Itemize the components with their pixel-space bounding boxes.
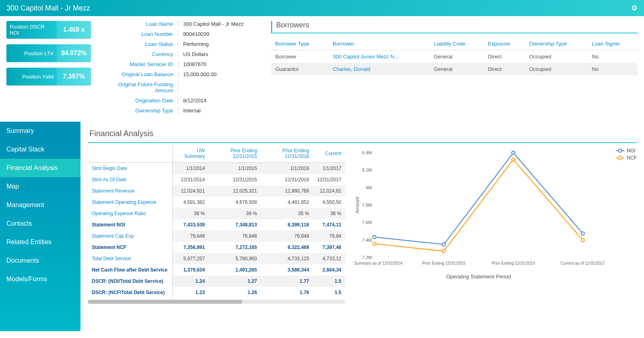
fa-cell: 1.23	[172, 287, 209, 298]
sidebar-item-management[interactable]: Management	[0, 196, 80, 214]
table-row: Operating Expense Ratio38 %39 %35 %38 %	[88, 208, 345, 219]
cell-borrower-type: Borrower	[271, 50, 329, 63]
loan-info-key: Loan Name	[101, 21, 173, 27]
metric-card[interactable]: Position DSCR NOI 1.469 x	[6, 21, 91, 39]
fa-col-header[interactable]: Prior Ending 12/31/2015	[209, 145, 261, 163]
fa-cell: 1.26	[209, 287, 261, 298]
cell-signer: No	[588, 63, 638, 75]
series-line	[374, 153, 583, 245]
table-row: Stmt Begin Date1/1/20141/1/20151/1/20161…	[88, 163, 345, 174]
sidebar-item-financial-analysis[interactable]: Financial Analysis	[0, 159, 80, 177]
legend-swatch-ncf	[616, 158, 624, 158]
table-row[interactable]: Guarantor Charles, Donald General Direct…	[271, 63, 638, 75]
data-point[interactable]	[442, 249, 446, 253]
data-point[interactable]	[581, 232, 584, 235]
borrowers-col-header[interactable]: Borrower Type	[271, 37, 329, 50]
sidebar-item-capital-stack[interactable]: Capital Stack	[0, 140, 80, 159]
fa-row-label: Stmt Begin Date	[88, 163, 172, 174]
cell-liability: General	[430, 50, 484, 63]
loan-info-key: Original Loan Balance	[101, 71, 173, 77]
horizontal-scrollbar[interactable]	[88, 300, 345, 304]
loan-info-key: Loan Number	[101, 31, 173, 37]
fa-cell: 5,977,257	[172, 253, 209, 264]
fa-cell: 12/31/2016	[261, 174, 313, 185]
fa-cell: 1,491,265	[209, 264, 261, 276]
fa-cell: 12,024,62	[313, 185, 345, 197]
y-tick-label: 7.4M	[362, 238, 372, 243]
settings-icon[interactable]: ⚙	[631, 4, 638, 12]
fa-cell: 12,880,768	[261, 185, 313, 197]
legend-item-ncf[interactable]: NCF	[616, 155, 637, 161]
borrowers-col-header[interactable]: Ownership Type	[525, 37, 588, 50]
table-row: Statement Revenue12,024,92112,025,32112,…	[88, 185, 345, 197]
fa-row-label: Statement NCF	[88, 242, 172, 253]
data-point[interactable]	[512, 158, 515, 161]
fa-cell: 38 %	[313, 208, 345, 219]
fa-cell: 4,676,508	[209, 197, 261, 208]
borrowers-col-header[interactable]: Exposure	[484, 37, 525, 50]
cell-borrower-link[interactable]: Charles, Donald	[329, 63, 430, 75]
x-tick-label: Prior Ending 12/31/2016	[491, 261, 535, 265]
table-row: Statement Cap Exp76,64876,64876,64876,64	[88, 230, 345, 242]
metric-card[interactable]: Position LTV 84.072%	[6, 44, 91, 62]
financial-analysis-table: UW SummaryPrior Ending 12/31/2015Prior E…	[88, 145, 345, 298]
data-point[interactable]	[373, 242, 376, 245]
data-point[interactable]	[373, 235, 376, 238]
sidebar-item-related-entities[interactable]: Related Entities	[0, 233, 80, 251]
fa-cell: 2,664,34	[313, 264, 345, 276]
sidebar-item-map[interactable]: Map	[0, 177, 80, 196]
summary-panel: Position DSCR NOI 1.469 xPosition LTV 84…	[0, 16, 644, 122]
fa-row-label: Net Cash Flow after Debt Service	[88, 264, 172, 276]
metric-value: 7.397%	[57, 68, 91, 85]
cell-ownership: Occupied	[525, 50, 588, 63]
metric-label: Position Yield	[6, 68, 57, 85]
loan-info-value: 300 Capitol Mall - Jr Mezz	[178, 21, 262, 27]
legend-item-noi[interactable]: NOI	[616, 148, 637, 153]
loan-info-value: US Dollars	[178, 51, 262, 57]
borrowers-col-header[interactable]: Loan Signer	[588, 37, 638, 50]
borrowers-title: Borrowers	[271, 21, 638, 33]
fa-cell: 8,322,469	[261, 242, 313, 253]
cell-exposure: Direct	[484, 63, 525, 75]
sidebar-item-summary[interactable]: Summary	[0, 122, 80, 140]
borrowers-col-header[interactable]: Liability Code	[430, 37, 484, 50]
loan-info-value: 15,000,000.00	[178, 71, 262, 77]
borrowers-col-header[interactable]: Borrower	[329, 37, 430, 50]
chart-legend: NOI NCF	[616, 148, 637, 162]
fa-cell: 12,025,321	[209, 185, 261, 197]
data-point[interactable]	[512, 151, 515, 154]
fa-col-header[interactable]	[88, 145, 172, 163]
loan-info-key: Currency	[101, 51, 173, 57]
fa-col-header[interactable]: Prior Ending 12/31/2016	[261, 145, 313, 163]
fa-row-label: Statement NOI	[88, 219, 172, 230]
chart-area: 7.2M7.4M7.6M7.8M8M8.2M8.4MAmountUW Summa…	[353, 145, 637, 286]
cell-borrower-link[interactable]: 300 Capitol Junior Mezz N...	[329, 50, 430, 63]
fa-cell: 4,591,382	[172, 197, 209, 208]
cell-signer: No	[588, 50, 638, 63]
cell-exposure: Direct	[484, 50, 525, 63]
metric-label: Position LTV	[6, 44, 57, 62]
data-point[interactable]	[581, 238, 584, 242]
fa-cell: 35 %	[261, 208, 313, 219]
fa-cell: 7,272,165	[209, 242, 261, 253]
fa-cell: 1,379,634	[172, 264, 209, 276]
metric-card[interactable]: Position Yield 7.397%	[6, 68, 91, 85]
cell-liability: General	[430, 63, 484, 75]
fa-cell: 7,474,11	[313, 219, 345, 230]
y-tick-label: 8.2M	[362, 168, 372, 172]
table-row[interactable]: Borrower 300 Capitol Junior Mezz N... Ge…	[271, 50, 638, 63]
fa-col-header[interactable]: UW Summary	[172, 145, 209, 163]
financial-analysis-title: Financial Analysis	[88, 126, 637, 143]
borrowers-panel: Borrowers Borrower TypeBorrowerLiability…	[271, 21, 638, 114]
legend-label-ncf: NCF	[627, 155, 637, 161]
loan-info-key: Ownership Type	[101, 108, 173, 114]
sidebar-item-documents[interactable]: Documents	[0, 251, 80, 270]
metric-value: 84.072%	[57, 44, 91, 62]
data-point[interactable]	[442, 243, 446, 246]
fa-col-header[interactable]: Current	[313, 145, 345, 163]
sidebar-item-contacts[interactable]: Contacts	[0, 214, 80, 233]
fa-cell: 7,397,46	[313, 242, 345, 253]
sidebar-item-models-forms[interactable]: Models/Forms	[0, 270, 80, 288]
x-tick-label: UW Summary as of 12/31/2014	[353, 261, 402, 265]
metric-cards: Position DSCR NOI 1.469 xPosition LTV 84…	[6, 21, 91, 114]
